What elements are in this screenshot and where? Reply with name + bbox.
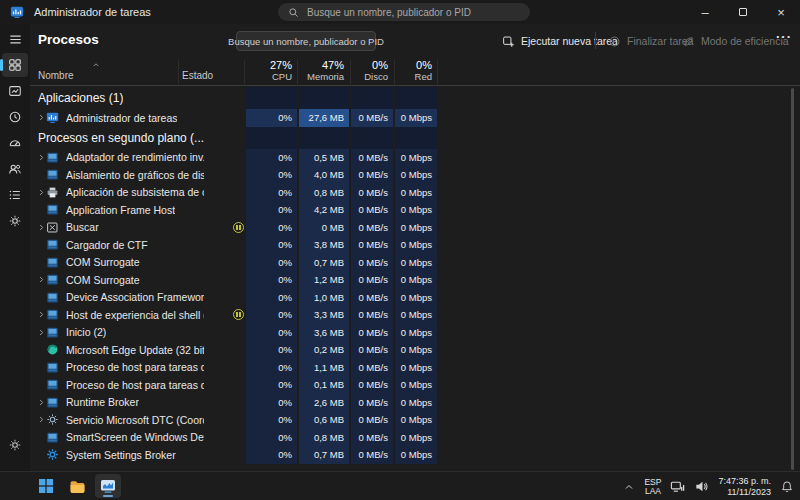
process-row[interactable]: Proceso de host para tareas de...0%1,1 M… bbox=[30, 359, 793, 377]
minimize-button[interactable]: – bbox=[686, 0, 724, 24]
sidebar-item-app-history[interactable] bbox=[2, 105, 28, 129]
expand-chevron-icon[interactable] bbox=[30, 275, 46, 284]
expand-chevron-icon[interactable] bbox=[30, 188, 46, 197]
sidebar-bottom bbox=[0, 433, 30, 459]
network-cell: 0 Mbps bbox=[395, 149, 437, 167]
close-button[interactable]: × bbox=[762, 0, 800, 24]
group-heat-cell bbox=[395, 127, 437, 149]
vertical-scrollbar[interactable] bbox=[791, 88, 794, 470]
gear-gray-icon bbox=[46, 413, 59, 426]
titlebar-search[interactable]: Busque un nombre, publicador o PID bbox=[278, 3, 530, 21]
disk-cell: 0 MB/s bbox=[351, 271, 393, 289]
column-header-disk[interactable]: 0% Disco bbox=[351, 59, 393, 83]
process-row[interactable]: Adaptador de rendimiento inv...0%0,5 MB0… bbox=[30, 149, 793, 167]
start-button[interactable] bbox=[33, 474, 59, 498]
network-tray-icon[interactable] bbox=[670, 479, 685, 494]
memory-cell: 0 MB bbox=[299, 219, 349, 237]
expand-chevron-icon[interactable] bbox=[30, 113, 46, 122]
disk-cell: 0 MB/s bbox=[351, 324, 393, 342]
process-list: Aplicaciones (1)Administrador de tareas0… bbox=[30, 87, 793, 471]
expand-chevron-icon[interactable] bbox=[30, 328, 46, 337]
sidebar-item-settings[interactable] bbox=[2, 433, 28, 457]
status-cell bbox=[204, 236, 248, 254]
process-row[interactable]: Device Association Framewor...0%1,0 MB0 … bbox=[30, 289, 793, 307]
app-history-icon bbox=[8, 110, 22, 124]
file-explorer-button[interactable] bbox=[64, 474, 90, 498]
sidebar-item-startup-apps[interactable] bbox=[2, 131, 28, 155]
process-row[interactable]: Cargador de CTF0%3,8 MB0 MB/s0 Mbps bbox=[30, 236, 793, 254]
status-cell bbox=[204, 341, 248, 359]
group-heat-cell bbox=[246, 87, 297, 109]
sidebar-item-performance[interactable] bbox=[2, 79, 28, 103]
sidebar-item-users[interactable] bbox=[2, 157, 28, 181]
group-heat-cell bbox=[351, 127, 393, 149]
notification-bell-icon[interactable] bbox=[780, 480, 794, 494]
sidebar-item-details[interactable] bbox=[2, 183, 28, 207]
process-row[interactable]: System Settings Broker0%0,7 MB0 MB/s0 Mb… bbox=[30, 446, 793, 464]
task-manager-window: Administrador de tareas Busque un nombre… bbox=[0, 0, 800, 500]
toolbar-search[interactable]: Busque un nombre, publicador o PID bbox=[236, 31, 376, 51]
clock-date: 11/11/2023 bbox=[718, 487, 771, 498]
network-cell: 0 Mbps bbox=[395, 184, 437, 202]
sidebar-item-processes[interactable] bbox=[2, 53, 28, 77]
cpu-cell: 0% bbox=[246, 324, 297, 342]
process-row[interactable]: Buscar0%0 MB0 MB/s0 Mbps bbox=[30, 219, 793, 237]
process-row[interactable]: COM Surrogate0%0,7 MB0 MB/s0 Mbps bbox=[30, 254, 793, 272]
column-header-memory[interactable]: 47% Memoria bbox=[299, 59, 349, 83]
volume-icon[interactable] bbox=[694, 479, 709, 494]
status-cell bbox=[204, 324, 248, 342]
process-row[interactable]: Proceso de host para tareas de...0%0,1 M… bbox=[30, 376, 793, 394]
column-header-cpu[interactable]: 27% CPU bbox=[246, 59, 297, 83]
process-name-cell: Servicio Microsoft DTC (Coord... bbox=[30, 411, 204, 429]
clock[interactable]: 7:47:36 p. m. 11/11/2023 bbox=[718, 476, 771, 497]
column-header-status[interactable]: Estado bbox=[182, 70, 213, 81]
memory-cell: 0,7 MB bbox=[299, 254, 349, 272]
sidebar-item-services[interactable] bbox=[2, 209, 28, 233]
process-row[interactable]: COM Surrogate0%1,2 MB0 MB/s0 Mbps bbox=[30, 271, 793, 289]
memory-cell: 0,5 MB bbox=[299, 149, 349, 167]
process-row[interactable]: Servicio Microsoft DTC (Coord...0%0,6 MB… bbox=[30, 411, 793, 429]
expand-chevron-icon[interactable] bbox=[30, 223, 46, 232]
disk-cell: 0 MB/s bbox=[351, 184, 393, 202]
folder-icon bbox=[69, 478, 86, 495]
process-name: Proceso de host para tareas de... bbox=[66, 361, 204, 373]
maximize-button[interactable] bbox=[724, 0, 762, 24]
process-row[interactable]: Runtime Broker0%2,6 MB0 MB/s0 Mbps bbox=[30, 394, 793, 412]
network-cell: 0 Mbps bbox=[395, 411, 437, 429]
language-indicator[interactable]: ESP LAA bbox=[644, 478, 661, 496]
disk-cell: 0 MB/s bbox=[351, 254, 393, 272]
header-divider bbox=[297, 60, 298, 84]
efficiency-mode-button[interactable]: Modo de eficiencia bbox=[682, 31, 789, 51]
toolbar-search-placeholder: Busque un nombre, publicador o PID bbox=[228, 36, 384, 47]
process-name-cell: System Settings Broker bbox=[30, 446, 204, 464]
task-manager-taskbar-button[interactable] bbox=[95, 474, 121, 498]
more-options-button[interactable]: ··· bbox=[776, 29, 792, 44]
expand-chevron-icon[interactable] bbox=[30, 415, 46, 424]
process-name-cell: Microsoft Edge Update (32 bits) bbox=[30, 341, 204, 359]
column-header-name[interactable]: Nombre bbox=[38, 70, 74, 81]
process-row[interactable]: Aplicación de subsistema de c...0%0,8 MB… bbox=[30, 184, 793, 202]
run-new-task-button[interactable]: Ejecutar nueva tarea bbox=[502, 31, 618, 51]
end-task-button[interactable]: Finalizar tarea bbox=[608, 31, 694, 51]
group-row[interactable]: Procesos en segundo plano (... bbox=[30, 127, 793, 149]
expand-chevron-icon[interactable] bbox=[30, 398, 46, 407]
process-row[interactable]: Inicio (2)0%3,6 MB0 MB/s0 Mbps bbox=[30, 324, 793, 342]
users-icon bbox=[8, 162, 22, 176]
edge-update-icon bbox=[46, 343, 59, 356]
process-row[interactable]: Administrador de tareas0%27,6 MB0 MB/s0 … bbox=[30, 109, 793, 127]
column-header-network[interactable]: 0% Red bbox=[395, 59, 437, 83]
tray-chevron-up-icon[interactable] bbox=[623, 481, 635, 493]
process-row[interactable]: SmartScreen de Windows Def...0%0,8 MB0 M… bbox=[30, 429, 793, 447]
process-row[interactable]: Host de experiencia del shell d...0%3,3 … bbox=[30, 306, 793, 324]
group-row[interactable]: Aplicaciones (1) bbox=[30, 87, 793, 109]
process-row[interactable]: Microsoft Edge Update (32 bits)0%0,2 MB0… bbox=[30, 341, 793, 359]
process-row[interactable]: Application Frame Host0%4,2 MB0 MB/s0 Mb… bbox=[30, 201, 793, 219]
services-icon bbox=[8, 214, 22, 228]
sidebar-item-menu[interactable] bbox=[2, 27, 28, 51]
expand-chevron-icon[interactable] bbox=[30, 310, 46, 319]
expand-chevron-icon[interactable] bbox=[30, 153, 46, 162]
cpu-cell: 0% bbox=[246, 394, 297, 412]
process-row[interactable]: Aislamiento de gráficos de dis...0%4,0 M… bbox=[30, 166, 793, 184]
disk-cell: 0 MB/s bbox=[351, 411, 393, 429]
task-manager-icon bbox=[100, 478, 116, 494]
